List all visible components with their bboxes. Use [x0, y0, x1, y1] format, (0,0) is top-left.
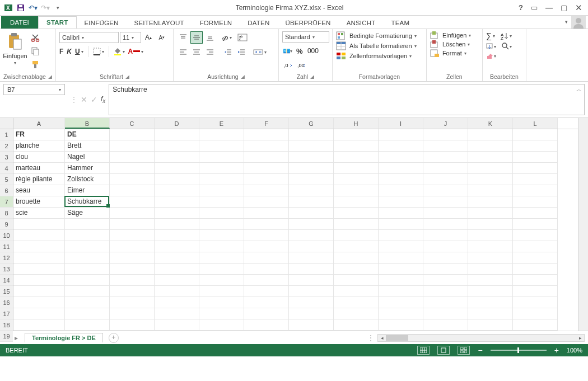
cell[interactable]: planche — [13, 140, 65, 152]
cell[interactable] — [379, 241, 423, 252]
cell[interactable] — [65, 252, 110, 264]
cell[interactable] — [110, 297, 155, 308]
tab-team[interactable]: TEAM — [384, 17, 418, 29]
cell[interactable] — [289, 252, 334, 264]
cell[interactable] — [13, 297, 65, 308]
cell[interactable] — [244, 264, 289, 275]
cell[interactable] — [199, 196, 244, 208]
cell[interactable] — [155, 208, 199, 219]
align-bottom-icon[interactable] — [204, 31, 216, 44]
cell[interactable] — [289, 140, 334, 152]
cell[interactable]: Hammer — [65, 163, 110, 174]
cell[interactable] — [199, 286, 244, 297]
format-as-table-button[interactable]: Als Tabelle formatieren▾ — [336, 41, 417, 50]
cell[interactable] — [468, 308, 513, 319]
cell[interactable] — [244, 241, 289, 252]
cell[interactable] — [65, 264, 110, 275]
cell[interactable] — [423, 185, 468, 196]
cell[interactable] — [334, 129, 379, 140]
cell[interactable] — [65, 286, 110, 297]
cell[interactable] — [244, 297, 289, 308]
cell[interactable] — [423, 275, 468, 286]
row-header[interactable]: 14 — [0, 275, 13, 286]
tab-formeln[interactable]: FORMELN — [192, 17, 240, 29]
cell[interactable] — [110, 275, 155, 286]
cell[interactable] — [513, 163, 558, 174]
italic-button[interactable]: K — [67, 48, 72, 55]
cell[interactable] — [110, 208, 155, 219]
sheet-tab[interactable]: Terminologie FR > DE — [25, 333, 103, 342]
cell[interactable] — [468, 286, 513, 297]
cell[interactable] — [379, 297, 423, 308]
cell[interactable] — [244, 308, 289, 319]
normal-view-icon[interactable] — [417, 346, 430, 355]
cell[interactable]: scie — [13, 208, 65, 219]
cell[interactable] — [65, 275, 110, 286]
cell[interactable] — [513, 275, 558, 286]
cell[interactable] — [199, 319, 244, 331]
cell[interactable] — [423, 208, 468, 219]
column-header[interactable]: K — [468, 118, 513, 129]
row-header[interactable]: 17 — [0, 308, 13, 319]
cell[interactable] — [155, 196, 199, 208]
percent-icon[interactable]: % — [293, 45, 306, 57]
cell[interactable] — [334, 196, 379, 208]
cell[interactable] — [379, 308, 423, 319]
cell[interactable] — [289, 275, 334, 286]
cell[interactable] — [199, 140, 244, 152]
align-left-icon[interactable] — [177, 46, 189, 58]
formula-bar[interactable]: Schubkarre ︿ — [109, 84, 585, 115]
cell[interactable] — [334, 264, 379, 275]
cell[interactable] — [423, 152, 468, 163]
column-header[interactable]: F — [244, 118, 289, 129]
cell[interactable] — [110, 140, 155, 152]
font-dialog-icon[interactable]: ◢ — [125, 74, 129, 79]
cell[interactable] — [13, 252, 65, 264]
comma-icon[interactable]: 000 — [307, 45, 319, 57]
cell[interactable] — [244, 163, 289, 174]
cell[interactable] — [289, 297, 334, 308]
decrease-decimal-icon[interactable]: ,00 — [296, 59, 308, 72]
close-icon[interactable]: ✕ — [575, 3, 582, 13]
cell[interactable] — [244, 196, 289, 208]
sheet-nav-next-icon[interactable]: ▸ — [15, 334, 18, 342]
column-header[interactable]: J — [423, 118, 468, 129]
cell[interactable]: règle pliante — [13, 174, 65, 185]
qat-customize-icon[interactable]: ▾ — [53, 3, 63, 13]
format-painter-icon[interactable] — [29, 58, 41, 70]
row-header[interactable]: 7 — [0, 196, 13, 208]
cell[interactable] — [244, 174, 289, 185]
column-header[interactable]: L — [513, 118, 558, 129]
cell[interactable] — [423, 297, 468, 308]
cell[interactable] — [155, 275, 199, 286]
cell[interactable] — [110, 308, 155, 319]
cell[interactable] — [513, 252, 558, 264]
cell[interactable] — [379, 219, 423, 230]
insert-function-icon[interactable]: fx — [101, 95, 105, 104]
row-header[interactable]: 9 — [0, 219, 13, 230]
tab-start[interactable]: START — [38, 16, 76, 29]
undo-icon[interactable]: ↶▾ — [28, 3, 38, 13]
cell[interactable]: clou — [13, 152, 65, 163]
clear-icon[interactable]: ▾ — [486, 53, 496, 59]
cell[interactable] — [110, 219, 155, 230]
cell[interactable] — [110, 163, 155, 174]
cell[interactable] — [468, 241, 513, 252]
cell[interactable]: DE — [65, 129, 110, 140]
cell[interactable] — [155, 129, 199, 140]
cell[interactable] — [334, 275, 379, 286]
cell[interactable] — [289, 129, 334, 140]
insert-cells-button[interactable]: Einfügen▾ — [430, 31, 471, 39]
align-top-icon[interactable] — [177, 31, 189, 44]
merge-center-icon[interactable]: ▾ — [253, 48, 267, 56]
cell[interactable] — [155, 140, 199, 152]
row-header[interactable]: 4 — [0, 163, 13, 174]
zoom-slider[interactable] — [491, 350, 547, 351]
cell[interactable] — [289, 196, 334, 208]
cell[interactable] — [334, 297, 379, 308]
align-right-icon[interactable] — [204, 46, 216, 58]
cell[interactable] — [110, 230, 155, 241]
column-header[interactable]: H — [334, 118, 379, 129]
conditional-formatting-button[interactable]: Bedingte Formatierung▾ — [336, 31, 417, 40]
row-header[interactable]: 15 — [0, 286, 13, 297]
